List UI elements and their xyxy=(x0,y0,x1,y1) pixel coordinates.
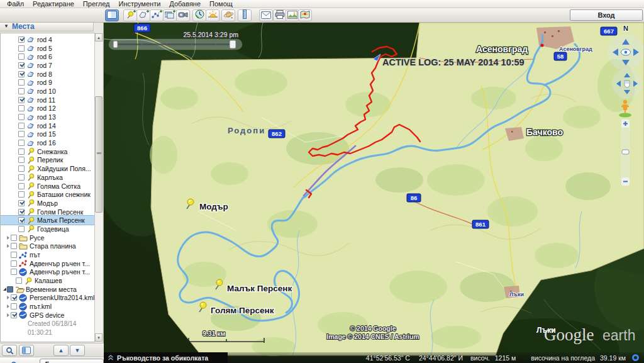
tree-item-модър[interactable]: Модър xyxy=(1,199,94,208)
scroll-up-button[interactable]: ▲ xyxy=(95,33,103,42)
map-viewport[interactable]: 8666675886286861 РодопиACTIVE LOG: 25 MA… xyxy=(104,23,644,363)
expander-collapsed-icon[interactable] xyxy=(6,313,11,317)
checkbox[interactable] xyxy=(11,243,17,249)
menu-5[interactable]: Помощ xyxy=(205,0,237,8)
checkbox[interactable] xyxy=(16,277,22,284)
checkbox[interactable] xyxy=(18,174,25,181)
checkbox[interactable] xyxy=(18,183,25,189)
tree-item-калашев[interactable]: Калашев xyxy=(1,276,94,285)
tree-item-rod-5[interactable]: rod 5 xyxy=(1,44,94,53)
scroll-down-button[interactable]: ▼ xyxy=(95,333,103,342)
checkbox[interactable] xyxy=(11,312,17,318)
tree-item-rod-16[interactable]: rod 16 xyxy=(1,138,94,147)
tree-item-rod-6[interactable]: rod 6 xyxy=(1,52,94,61)
layers-panel-header[interactable]: ▶ Слоев Галерия на Earth » xyxy=(0,357,104,363)
expander-expanded-icon[interactable] xyxy=(2,288,7,291)
search-places-button[interactable] xyxy=(2,345,17,356)
time-slider[interactable] xyxy=(109,39,242,50)
tree-item-голяма-сютка[interactable]: Голяма Сютка xyxy=(1,182,94,191)
tree-item-адвенчър-ръчен-т-[interactable]: Адвенчър ръчен т... xyxy=(1,259,94,268)
time-slider-handle-left[interactable] xyxy=(113,41,118,48)
checkbox[interactable] xyxy=(18,71,25,77)
checkbox[interactable] xyxy=(18,36,25,43)
tree-item-gps-device[interactable]: GPS device xyxy=(1,311,94,320)
menu-3[interactable]: Инструменти xyxy=(114,0,165,8)
record-tour-button[interactable] xyxy=(176,9,190,21)
checkbox[interactable] xyxy=(18,226,25,232)
print-button[interactable] xyxy=(273,9,287,21)
tree-item-временни-места[interactable]: Временни места xyxy=(1,285,94,294)
add-path-button[interactable] xyxy=(150,9,164,21)
checkbox[interactable] xyxy=(18,200,25,206)
zoom-out-button[interactable] xyxy=(621,177,630,186)
tree-item-rod-7[interactable]: rod 7 xyxy=(1,61,94,70)
scroll-thumb[interactable] xyxy=(95,96,103,213)
tree-item-път-kml[interactable]: път.kml xyxy=(1,302,94,311)
checkbox[interactable] xyxy=(18,165,25,172)
checkbox[interactable] xyxy=(18,45,25,52)
checkbox[interactable] xyxy=(18,79,25,86)
checkbox[interactable] xyxy=(18,114,25,120)
tree-item-адвенчър-ръчен-т-[interactable]: Адвенчър ръчен т... xyxy=(1,268,94,277)
expander-collapsed-icon[interactable] xyxy=(6,244,11,248)
tree-item-rod-13[interactable]: rod 13 xyxy=(1,113,94,121)
menu-4[interactable]: Добавяне xyxy=(165,0,205,8)
checkbox[interactable] xyxy=(18,105,25,111)
checkbox[interactable] xyxy=(18,53,25,60)
toggle-sidebar-button[interactable] xyxy=(105,9,119,21)
show-panel-button[interactable] xyxy=(19,345,34,356)
save-image-button[interactable] xyxy=(286,9,299,21)
view-in-maps-button[interactable] xyxy=(298,9,312,21)
tree-item-стара-планина[interactable]: Стара планина xyxy=(1,242,94,251)
checkbox[interactable] xyxy=(11,252,17,258)
tree-item-rod-10[interactable]: rod 10 xyxy=(1,87,94,96)
tree-item-rod-4[interactable]: rod 4 xyxy=(1,35,94,44)
menu-0[interactable]: Файл xyxy=(3,0,28,8)
tree-item-rod-8[interactable]: rod 8 xyxy=(1,70,94,79)
tree-item-rod-11[interactable]: rod 11 xyxy=(1,96,94,104)
expander-collapsed-icon[interactable] xyxy=(6,304,11,308)
checkbox[interactable] xyxy=(18,191,25,198)
tree-item-перелик[interactable]: Перелик xyxy=(1,156,94,165)
tree-item-голям-персенк[interactable]: Голям Персенк xyxy=(1,208,94,216)
add-placemark-button[interactable] xyxy=(123,9,137,21)
login-button[interactable]: Вход xyxy=(570,9,643,21)
add-polygon-button[interactable] xyxy=(136,9,150,21)
tour-guide-bar[interactable]: Ръководство за обиколката xyxy=(104,352,228,363)
tree-item-малък-персенк[interactable]: Малък Персенк xyxy=(1,216,94,225)
tree-item-rod-9[interactable]: rod 9 xyxy=(1,78,94,87)
zoom-slider[interactable] xyxy=(621,120,630,186)
tree-item-баташки-снежник[interactable]: Баташки снежник xyxy=(1,190,94,199)
menu-1[interactable]: Редактиране xyxy=(28,0,79,8)
move-down-button[interactable]: ▼ xyxy=(70,345,85,356)
checkbox[interactable] xyxy=(18,131,25,137)
tree-item-rod-15[interactable]: rod 15 xyxy=(1,130,94,139)
checkbox[interactable] xyxy=(18,148,25,155)
checkbox[interactable] xyxy=(11,260,17,267)
checkbox[interactable] xyxy=(11,269,17,275)
earth-gallery-button[interactable]: Галерия на Earth » xyxy=(40,359,104,363)
tree-item-хайдушки-поля-[interactable]: Хайдушки Поля... xyxy=(1,164,94,173)
checkbox[interactable] xyxy=(18,97,25,103)
checkbox[interactable] xyxy=(11,303,17,310)
checkbox[interactable] xyxy=(7,286,13,293)
expander-collapsed-icon[interactable] xyxy=(6,296,11,299)
checkbox[interactable] xyxy=(18,209,25,215)
tree-item-rod-14[interactable]: rod 14 xyxy=(1,121,94,130)
tree-item-гоздевица[interactable]: Гоздевица xyxy=(1,225,94,233)
time-slider-handle-right[interactable] xyxy=(230,40,236,48)
add-image-overlay-button[interactable] xyxy=(163,9,177,21)
move-joystick[interactable] xyxy=(613,69,641,98)
sunlight-button[interactable] xyxy=(206,9,219,21)
tree-item-persenkultra2014-kml[interactable]: PersenkUltra2014.kml xyxy=(1,294,94,303)
places-scrollbar[interactable]: ▲ ▼ xyxy=(94,33,103,342)
tree-item-снежанка[interactable]: Снежанка xyxy=(1,147,94,156)
tree-item-път[interactable]: път xyxy=(1,250,94,259)
tree-item-rod-12[interactable]: rod 12 xyxy=(1,104,94,113)
checkbox[interactable] xyxy=(18,157,25,163)
checkbox[interactable] xyxy=(18,88,25,94)
checkbox[interactable] xyxy=(18,140,25,146)
tree-item-карлъка[interactable]: Карлъка xyxy=(1,173,94,182)
checkbox[interactable] xyxy=(18,123,25,129)
checkbox[interactable] xyxy=(11,235,17,241)
